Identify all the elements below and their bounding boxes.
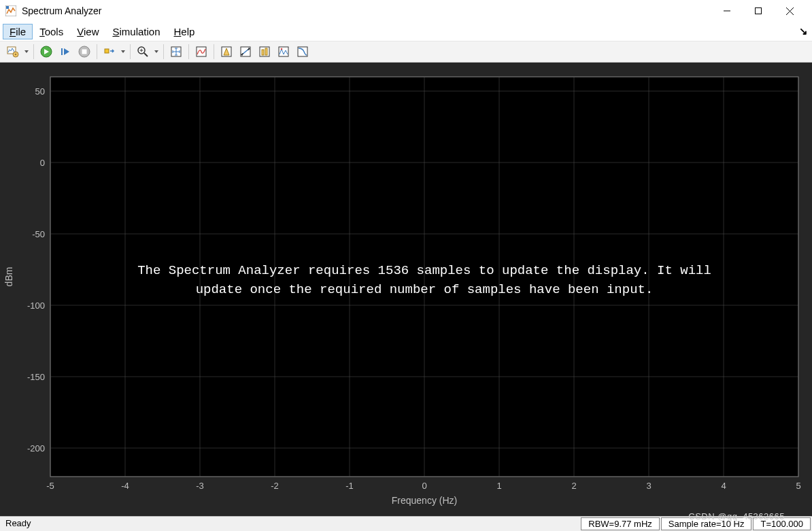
svg-rect-25 <box>262 50 264 55</box>
status-sample-rate: Sample rate=10 Hz <box>661 517 752 530</box>
menu-tools[interactable]: Tools <box>33 24 70 39</box>
separator <box>188 44 189 59</box>
spectrum-settings-dropdown[interactable] <box>23 49 30 54</box>
svg-rect-10 <box>61 48 63 55</box>
autoscale-y-button[interactable] <box>192 43 210 61</box>
ytick-label: -50 <box>32 229 45 239</box>
ytick-label: -150 <box>27 372 45 382</box>
separator <box>163 44 164 59</box>
close-button[interactable] <box>774 0 805 22</box>
separator <box>97 44 97 59</box>
ytick-label: 50 <box>35 86 45 97</box>
menubar: File Tools View Simulation Help ↘ <box>0 22 812 41</box>
cursor-measurements-button[interactable] <box>237 43 254 61</box>
zoom-button[interactable] <box>134 43 152 61</box>
ytick-label: -200 <box>27 443 45 453</box>
svg-rect-13 <box>105 49 109 53</box>
xtick-label: -3 <box>196 481 204 491</box>
xtick-label: 4 <box>721 481 726 491</box>
svg-point-22 <box>242 53 243 54</box>
maximize-button[interactable] <box>743 0 774 22</box>
svg-point-8 <box>15 54 17 56</box>
xtick-label: -2 <box>271 481 279 491</box>
separator <box>130 44 131 59</box>
ccdf-measurements-button[interactable] <box>294 43 311 61</box>
xtick-label: -1 <box>345 481 354 491</box>
status-ready: Ready <box>0 517 37 531</box>
xtick-label: -4 <box>121 481 129 491</box>
separator <box>33 44 34 59</box>
spectrum-plot: 50 0 -50 -100 -150 -200 -5 -4 -3 -2 -1 0… <box>0 63 812 516</box>
plot-area[interactable]: 50 0 -50 -100 -150 -200 -5 -4 -3 -2 -1 0… <box>0 63 812 516</box>
separator <box>214 44 214 59</box>
titlebar: Spectrum Analyzer <box>0 0 812 22</box>
step-button[interactable] <box>56 43 74 61</box>
minimize-button[interactable] <box>711 0 743 22</box>
xtick-label: 5 <box>796 481 800 491</box>
ytick-label: -100 <box>27 301 45 311</box>
channel-measurements-button[interactable] <box>256 43 273 61</box>
xtick-label: 0 <box>422 481 426 491</box>
highlight-dropdown[interactable] <box>120 49 126 54</box>
menubar-chevron-icon[interactable]: ↘ <box>799 25 809 37</box>
menu-file[interactable]: File <box>3 24 33 39</box>
menu-simulation[interactable]: Simulation <box>105 24 167 39</box>
status-rbw: RBW=9.77 mHz <box>581 517 660 530</box>
svg-rect-12 <box>82 50 87 54</box>
overlay-message-line2: update once the required number of sampl… <box>196 282 654 297</box>
svg-rect-26 <box>265 48 267 55</box>
xtick-label: -5 <box>46 481 54 491</box>
fit-button[interactable] <box>167 43 185 61</box>
svg-rect-24 <box>260 47 269 56</box>
overlay-message-line1: The Spectrum Analyzer requires 1536 samp… <box>137 263 711 278</box>
statusbar: Ready CSDN @qq_45362665 RBW=9.77 mHz Sam… <box>0 516 812 531</box>
svg-point-23 <box>248 49 249 50</box>
peak-finder-button[interactable] <box>218 43 235 61</box>
svg-rect-3 <box>756 8 762 14</box>
menu-help[interactable]: Help <box>167 24 202 39</box>
window-title: Spectrum Analyzer <box>22 5 102 16</box>
highlight-button[interactable] <box>101 43 118 61</box>
toolbar <box>0 41 812 63</box>
spectrum-settings-button[interactable] <box>4 43 22 61</box>
svg-line-15 <box>144 53 148 56</box>
xtick-label: 3 <box>646 481 651 491</box>
status-time: T=100.000 <box>753 517 811 530</box>
distortion-measurements-button[interactable] <box>275 43 292 61</box>
y-axis-label: dBm <box>3 267 14 287</box>
app-icon <box>5 5 16 16</box>
run-button[interactable] <box>37 43 55 61</box>
zoom-dropdown[interactable] <box>153 49 160 54</box>
xtick-label: 1 <box>496 481 501 491</box>
stop-button[interactable] <box>75 43 93 61</box>
svg-point-28 <box>281 48 283 50</box>
ytick-label: 0 <box>40 158 45 168</box>
xtick-label: 2 <box>571 481 576 491</box>
svg-rect-1 <box>6 6 9 9</box>
menu-view[interactable]: View <box>70 24 105 39</box>
x-axis-label: Frequency (Hz) <box>392 495 457 506</box>
